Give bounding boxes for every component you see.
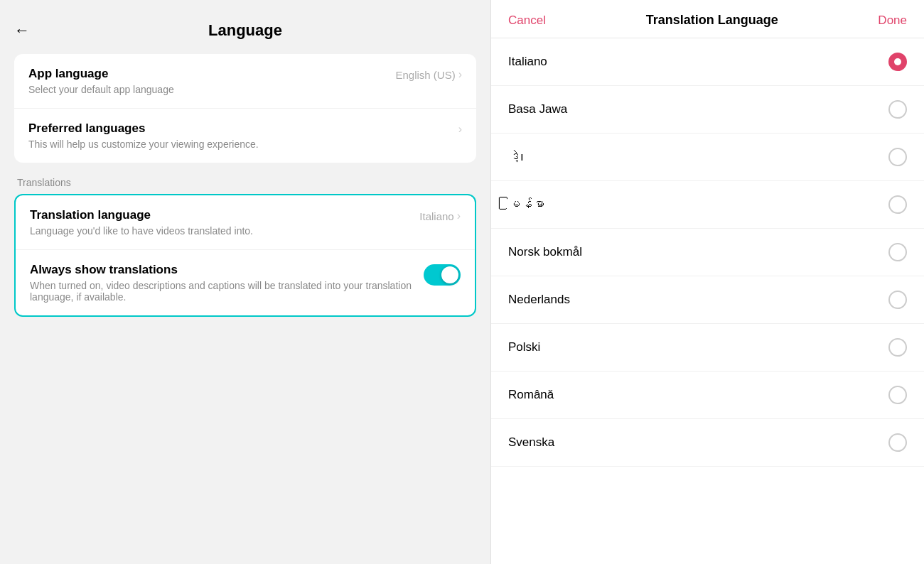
language-name: Italiano xyxy=(508,55,547,69)
app-language-card: App language Select your default app lan… xyxy=(14,54,476,163)
chevron-icon-3: › xyxy=(457,210,461,222)
language-name: Română xyxy=(508,388,554,402)
radio-button[interactable] xyxy=(888,148,907,166)
translation-language-subtitle: Language you'd like to have videos trans… xyxy=(30,225,419,237)
translation-language-title: Translation language xyxy=(30,208,419,222)
right-panel: Cancel Translation Language Done Italian… xyxy=(490,0,924,564)
left-panel: ← Language App language Select your defa… xyxy=(0,0,490,564)
language-list: ItalianoBasa Jawaဒဲ့ıမြန်မာNorsk bokmålN… xyxy=(491,38,924,564)
language-name: Basa Jawa xyxy=(508,102,567,116)
done-button[interactable]: Done xyxy=(878,13,907,28)
right-header: Cancel Translation Language Done xyxy=(491,0,924,38)
page-title: Language xyxy=(208,21,282,40)
language-item[interactable]: ဒဲ့ı xyxy=(491,134,924,181)
language-item[interactable]: Italiano xyxy=(491,38,924,86)
radio-button[interactable] xyxy=(888,100,907,119)
always-show-translations-toggle[interactable] xyxy=(424,264,461,286)
translation-language-row[interactable]: Translation language Language you'd like… xyxy=(16,195,475,249)
preferred-languages-subtitle: This will help us customize your viewing… xyxy=(28,139,458,150)
radio-button[interactable] xyxy=(888,291,907,309)
always-show-translations-content: Always show translations When turned on,… xyxy=(30,263,415,303)
language-item[interactable]: မြန်မာ xyxy=(491,181,924,229)
right-panel-title: Translation Language xyxy=(646,13,778,28)
chevron-icon-2: › xyxy=(458,123,462,136)
app-language-value: English (US) › xyxy=(395,67,462,81)
preferred-languages-title: Preferred languages xyxy=(28,121,458,136)
translations-section-label: Translations xyxy=(14,177,476,188)
chevron-icon: › xyxy=(458,68,462,81)
app-language-content: App language Select your default app lan… xyxy=(28,67,395,95)
language-name: Svenska xyxy=(508,435,554,450)
cancel-button[interactable]: Cancel xyxy=(508,13,546,28)
language-name: Norsk bokmål xyxy=(508,245,582,259)
radio-button[interactable] xyxy=(888,195,907,214)
language-item[interactable]: Nederlands xyxy=(491,276,924,324)
preferred-languages-row[interactable]: Preferred languages This will help us cu… xyxy=(14,108,476,163)
radio-button[interactable] xyxy=(888,386,907,404)
always-show-translations-title: Always show translations xyxy=(30,263,415,277)
language-item[interactable]: Polski xyxy=(491,324,924,372)
radio-button[interactable] xyxy=(888,433,907,452)
app-language-subtitle: Select your default app language xyxy=(28,84,395,95)
language-name: မြန်မာ xyxy=(508,197,544,212)
translation-language-value: Italiano › xyxy=(419,208,461,222)
radio-button[interactable] xyxy=(888,53,907,71)
translation-language-value-text: Italiano xyxy=(419,210,453,222)
app-language-row[interactable]: App language Select your default app lan… xyxy=(14,54,476,108)
language-item[interactable]: Norsk bokmål xyxy=(491,229,924,276)
preferred-languages-content: Preferred languages This will help us cu… xyxy=(28,121,458,150)
left-header: ← Language xyxy=(14,14,476,54)
preferred-languages-chevron: › xyxy=(458,121,462,136)
app-language-value-text: English (US) xyxy=(395,69,455,81)
language-item[interactable]: Svenska xyxy=(491,419,924,467)
language-item[interactable]: Română xyxy=(491,372,924,419)
language-name: Nederlands xyxy=(508,293,570,307)
toggle-thumb xyxy=(441,266,458,283)
radio-button[interactable] xyxy=(888,338,907,357)
always-show-translations-toggle-wrapper[interactable] xyxy=(415,263,461,286)
back-button[interactable]: ← xyxy=(14,21,30,40)
language-item[interactable]: Basa Jawa xyxy=(491,86,924,134)
back-icon: ← xyxy=(14,21,30,40)
translations-card: Translation language Language you'd like… xyxy=(14,194,476,317)
always-show-translations-subtitle: When turned on, video descriptions and c… xyxy=(30,280,415,303)
app-language-title: App language xyxy=(28,67,395,81)
radio-button[interactable] xyxy=(888,243,907,261)
language-name: ဒဲ့ı xyxy=(508,150,524,164)
translation-language-content: Translation language Language you'd like… xyxy=(30,208,419,237)
language-name: Polski xyxy=(508,340,540,354)
always-show-translations-row: Always show translations When turned on,… xyxy=(16,249,475,315)
